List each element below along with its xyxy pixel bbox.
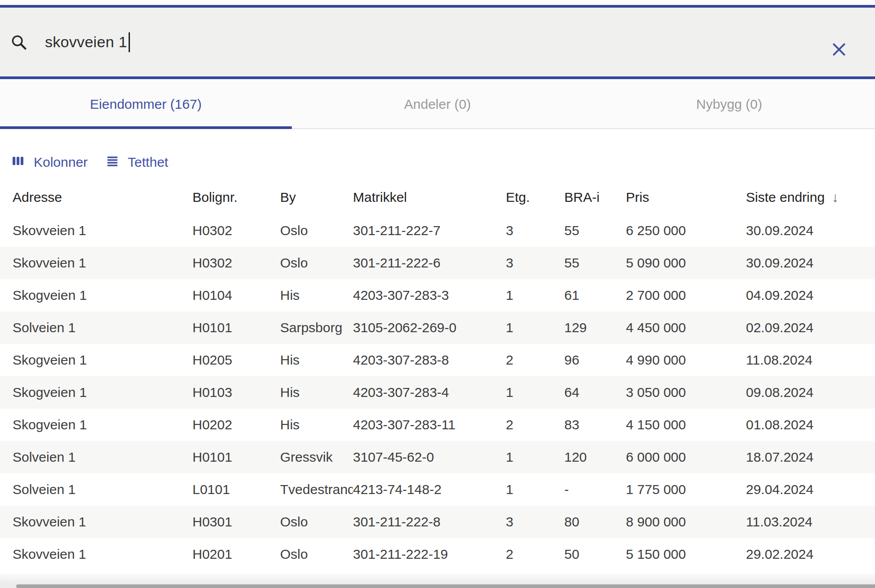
bottom-strip (0, 574, 875, 584)
cell-by: Oslo (280, 514, 353, 530)
tab-nybygg[interactable]: Nybygg (0) (583, 79, 875, 129)
cell-siste-endring: 29.04.2024 (746, 482, 875, 497)
header-pris[interactable]: Pris (626, 190, 746, 205)
cell-adresse: Skovveien 1 (13, 255, 192, 271)
table-row[interactable]: Skogveien 1 H0104 His 4203-307-283-3 1 6… (0, 279, 875, 312)
cell-siste-endring: 30.09.2024 (746, 223, 875, 238)
table-row[interactable]: Solveien 1 H0101 Gressvik 3107-45-62-0 1… (0, 441, 875, 473)
cell-pris: 1 775 000 (626, 482, 746, 497)
result-tabs: Eiendommer (167) Andeler (0) Nybygg (0) (0, 79, 875, 129)
header-by[interactable]: By (280, 190, 353, 205)
header-siste-endring[interactable]: Siste endring ↓ (746, 190, 875, 205)
table-row[interactable]: Solveien 1 H0101 Sarpsborg 3105-2062-269… (0, 312, 875, 344)
cell-matrikkel: 301-211-222-8 (353, 514, 506, 530)
top-strip (0, 0, 875, 5)
results-panel: Kolonner Tetthet Adresse Bolignr. By (0, 129, 875, 574)
table-row[interactable]: Skogveien 1 H0103 His 4203-307-283-4 1 6… (0, 376, 875, 409)
table-row[interactable]: Skogveien 1 H0202 His 4203-307-283-11 2 … (0, 409, 875, 441)
cell-adresse: Solveien 1 (13, 450, 192, 465)
horizontal-scrollbar-thumb[interactable] (16, 584, 875, 588)
sort-desc-icon: ↓ (832, 190, 839, 205)
tab-andeler[interactable]: Andeler (0) (292, 79, 584, 129)
cell-matrikkel: 4203-307-283-11 (353, 417, 506, 432)
cell-bra-i: 80 (564, 514, 626, 530)
cell-adresse: Skogveien 1 (13, 417, 192, 432)
header-adresse[interactable]: Adresse (13, 190, 192, 205)
tab-eiendommer[interactable]: Eiendommer (167) (0, 79, 292, 129)
cell-bolignr: L0101 (192, 482, 280, 497)
cell-bolignr: H0104 (192, 288, 280, 303)
horizontal-scrollbar-track (0, 584, 875, 588)
text-cursor (129, 32, 130, 52)
table-row[interactable]: Solveien 1 L0101 Tvedestrand 4213-74-148… (0, 473, 875, 506)
cell-pris: 6 000 000 (626, 450, 746, 465)
table-body: Skovveien 1 H0302 Oslo 301-211-222-7 3 5… (0, 214, 875, 570)
cell-adresse: Solveien 1 (13, 320, 192, 335)
table-row[interactable]: Skovveien 1 H0302 Oslo 301-211-222-7 3 5… (0, 214, 875, 247)
cell-siste-endring: 04.09.2024 (746, 288, 875, 303)
cell-by: His (280, 385, 353, 400)
cell-etg: 3 (506, 255, 564, 271)
cell-adresse: Skogveien 1 (13, 288, 192, 303)
table-row[interactable]: Skovveien 1 H0301 Oslo 301-211-222-8 3 8… (0, 506, 875, 538)
table-row[interactable]: Skogveien 1 H0205 His 4203-307-283-8 2 9… (0, 344, 875, 376)
cell-matrikkel: 301-211-222-19 (353, 547, 506, 562)
cell-bra-i: 96 (564, 352, 626, 368)
search-input[interactable]: skovveien 1 (45, 32, 585, 52)
cell-pris: 5 150 000 (626, 547, 746, 562)
cell-pris: 2 700 000 (626, 288, 746, 303)
cell-bolignr: H0202 (192, 417, 280, 432)
cell-etg: 1 (506, 450, 564, 465)
cell-bolignr: H0205 (192, 352, 280, 368)
cell-siste-endring: 09.08.2024 (746, 385, 875, 400)
search-input-value: skovveien 1 (45, 33, 127, 51)
cell-pris: 4 450 000 (626, 320, 746, 335)
cell-bolignr: H0302 (192, 255, 280, 271)
cell-by: His (280, 288, 353, 303)
clear-search-button[interactable] (828, 39, 850, 61)
results-table: Adresse Bolignr. By Matrikkel Etg. BRA-i… (0, 180, 875, 570)
cell-bra-i: 55 (564, 223, 626, 238)
header-bra-i[interactable]: BRA-i (564, 190, 626, 205)
cell-etg: 3 (506, 514, 564, 530)
cell-by: Oslo (280, 255, 353, 271)
cell-pris: 5 090 000 (626, 255, 746, 271)
cell-bra-i: 129 (564, 320, 626, 335)
cell-bra-i: 50 (564, 547, 626, 562)
header-etg[interactable]: Etg. (506, 190, 564, 205)
cell-by: His (280, 352, 353, 368)
density-icon (106, 154, 119, 171)
cell-etg: 2 (506, 352, 564, 368)
cell-siste-endring: 11.08.2024 (746, 352, 875, 368)
cell-siste-endring: 30.09.2024 (746, 255, 875, 271)
table-row[interactable]: Skovveien 1 H0302 Oslo 301-211-222-6 3 5… (0, 247, 875, 279)
cell-siste-endring: 01.08.2024 (746, 417, 875, 432)
cell-matrikkel: 4203-307-283-3 (353, 288, 506, 303)
cell-bra-i: 55 (564, 255, 626, 271)
cell-etg: 1 (506, 385, 564, 400)
cell-bolignr: H0103 (192, 385, 280, 400)
cell-pris: 8 900 000 (626, 514, 746, 530)
cell-matrikkel: 4203-307-283-8 (353, 352, 506, 368)
table-header-row: Adresse Bolignr. By Matrikkel Etg. BRA-i… (0, 180, 875, 214)
cell-etg: 3 (506, 223, 564, 238)
cell-etg: 2 (506, 547, 564, 562)
cell-bra-i: 64 (564, 385, 626, 400)
cell-etg: 1 (506, 288, 564, 303)
cell-bolignr: H0302 (192, 223, 280, 238)
cell-siste-endring: 18.07.2024 (746, 450, 875, 465)
density-button[interactable]: Tetthet (106, 151, 168, 173)
cell-matrikkel: 301-211-222-6 (353, 255, 506, 271)
header-matrikkel[interactable]: Matrikkel (353, 190, 506, 205)
cell-siste-endring: 11.03.2024 (746, 514, 875, 530)
search-icon (10, 33, 28, 51)
cell-by: Gressvik (280, 450, 353, 465)
cell-matrikkel: 3107-45-62-0 (353, 450, 506, 465)
cell-pris: 6 250 000 (626, 223, 746, 238)
cell-bolignr: H0301 (192, 514, 280, 530)
header-bolignr[interactable]: Bolignr. (192, 190, 280, 205)
cell-bolignr: H0101 (192, 450, 280, 465)
cell-bra-i: 61 (564, 288, 626, 303)
table-row[interactable]: Skovveien 1 H0201 Oslo 301-211-222-19 2 … (0, 538, 875, 570)
columns-button[interactable]: Kolonner (11, 151, 88, 173)
